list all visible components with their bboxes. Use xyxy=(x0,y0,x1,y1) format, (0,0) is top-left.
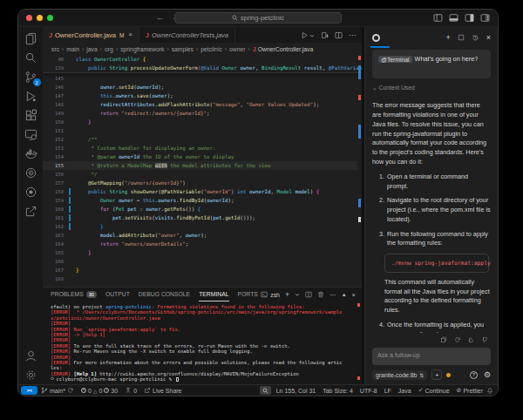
tab-strip-tabs: JOwnerController.javaM×JOwnerControllerT… xyxy=(43,27,235,43)
chat-block-p: The error message suggests that there ar… xyxy=(372,101,491,167)
chat-extension-logo-icon[interactable] xyxy=(372,34,380,42)
live-share-status-item[interactable]: Live Share xyxy=(140,387,185,394)
breadcrumb-item[interactable]: owner xyxy=(229,46,246,52)
tab-label: OwnerController.java xyxy=(55,31,116,39)
chevron-down-icon[interactable] xyxy=(295,292,300,297)
search-icon[interactable] xyxy=(24,51,37,64)
branch-status-item[interactable]: main* xyxy=(37,387,78,394)
source-control-icon[interactable]: 2 xyxy=(24,71,37,84)
split-editor-icon[interactable] xyxy=(335,31,343,39)
share-icon[interactable] xyxy=(24,205,37,218)
new-chat-icon[interactable]: + xyxy=(445,34,450,42)
zoom-window-button[interactable] xyxy=(47,15,53,21)
back-arrow-icon[interactable]: ← xyxy=(156,14,164,22)
error-icon: × xyxy=(81,388,86,393)
remote-explorer-icon[interactable] xyxy=(24,128,37,141)
explorer-icon[interactable] xyxy=(24,32,37,45)
breadcrumb-item[interactable]: springframework xyxy=(120,46,164,52)
model-selector[interactable]: granite-code:8b ⇅ xyxy=(372,370,427,380)
terminal-context-chip[interactable]: @Terminal xyxy=(378,56,412,63)
breadcrumb-item[interactable]: samples xyxy=(172,46,194,52)
thumbs-down-icon[interactable] xyxy=(482,336,489,343)
new-terminal-icon[interactable]: + xyxy=(285,290,289,299)
breadcrumb-file[interactable]: JOwnerController.java xyxy=(253,46,313,52)
settings-gear-icon[interactable] xyxy=(24,369,37,382)
continue-status-item[interactable]: ✓Continue xyxy=(415,387,453,394)
record-circle-icon[interactable] xyxy=(24,186,37,199)
notification-bell-icon[interactable] xyxy=(486,387,493,394)
account-icon[interactable] xyxy=(24,349,37,362)
breadcrumb-item[interactable]: java xyxy=(86,46,97,52)
context-used-toggle[interactable]: ⌄ Context Used xyxy=(372,84,491,92)
gear-circle-icon[interactable] xyxy=(24,166,37,180)
open-changes-icon[interactable] xyxy=(321,31,329,39)
panel-tab-output[interactable]: OUTPUT xyxy=(105,288,130,301)
kill-terminal-icon[interactable] xyxy=(317,291,324,298)
toggle-right-sidebar-icon[interactable] xyxy=(465,13,474,23)
terminal-icon xyxy=(261,291,268,298)
toggle-left-sidebar-icon[interactable] xyxy=(433,13,443,23)
prettier-status-item[interactable]: ⊘Prettier xyxy=(453,387,486,394)
status-bar: >< main* ×0 △0 i30 0 Live Share Ln 155, … xyxy=(18,384,498,396)
retry-icon[interactable] xyxy=(454,336,461,343)
line-number: 166 xyxy=(43,257,64,266)
panel-tabs: PROBLEMS30OUTPUTDEBUG CONSOLETERMINALPOR… xyxy=(43,288,362,301)
docker-icon[interactable] xyxy=(24,147,37,160)
language-mode-item[interactable]: Java xyxy=(395,388,415,394)
follow-up-input[interactable]: Ask a follow-up xyxy=(372,348,491,365)
add-context-button[interactable]: + xyxy=(431,369,442,380)
run-debug-icon[interactable] xyxy=(24,90,37,103)
more-actions-icon[interactable]: ⋯ xyxy=(349,31,357,39)
eol-item[interactable]: LF xyxy=(381,388,395,394)
maximize-panel-icon[interactable]: ▲ xyxy=(342,292,347,297)
history-icon[interactable] xyxy=(472,34,479,42)
gutter xyxy=(64,109,76,118)
extensions-icon[interactable] xyxy=(24,109,37,122)
user-message-card[interactable]: @TerminalWhat's going on here? xyxy=(372,50,491,78)
close-tab-icon[interactable]: × xyxy=(128,31,132,38)
editor-actions: ⋯ xyxy=(301,27,357,44)
code-editor[interactable]: 46class OwnerController {139 public Stri… xyxy=(43,55,362,287)
terminal-shell-item[interactable]: zsh xyxy=(261,291,280,298)
cursor-position-item[interactable]: Ln 155, Col 31 xyxy=(273,388,320,394)
breadcrumb-item[interactable]: org xyxy=(105,46,113,52)
search-status-item[interactable] xyxy=(260,386,271,395)
copy-icon[interactable] xyxy=(440,336,447,343)
chat-block-code[interactable]: ./mvnw spring-javaformat:apply xyxy=(384,254,489,272)
ports-status-item[interactable]: 0 xyxy=(121,387,140,394)
minimize-window-button[interactable] xyxy=(37,15,43,21)
more-actions-icon[interactable]: ⋯ xyxy=(329,291,336,299)
close-panel-icon[interactable]: × xyxy=(352,291,356,299)
encoding-item[interactable]: UTF-8 xyxy=(357,388,381,394)
tab-size-item[interactable]: Tab Size: 4 xyxy=(319,388,357,394)
panel-tab-terminal[interactable]: TERMINAL xyxy=(199,288,228,301)
sync-icon xyxy=(67,387,74,394)
overview-ruler-mark xyxy=(358,65,361,79)
thumbs-up-icon[interactable] xyxy=(468,336,475,343)
remote-indicator[interactable]: >< xyxy=(21,386,37,395)
problems-status-item[interactable]: ×0 △0 i30 xyxy=(78,388,121,394)
customize-layout-icon[interactable] xyxy=(480,13,490,23)
split-terminal-icon[interactable] xyxy=(305,291,312,298)
toggle-panel-icon[interactable] xyxy=(449,13,458,23)
editor-tab[interactable]: JOwnerController.javaM× xyxy=(43,27,139,43)
command-center-search[interactable]: spring-petclinic xyxy=(174,12,342,24)
help-icon[interactable]: ? xyxy=(470,371,478,379)
editor-tab[interactable]: JOwnerControllerTests.java xyxy=(139,27,235,43)
close-window-button[interactable] xyxy=(26,15,32,21)
run-button[interactable] xyxy=(301,31,315,39)
breadcrumb-item[interactable]: petclinic xyxy=(200,46,222,52)
panel-tab-debug-console[interactable]: DEBUG CONSOLE xyxy=(139,288,190,301)
breadcrumb-separator: › xyxy=(82,46,84,52)
breadcrumb-item[interactable]: main xyxy=(66,46,79,52)
panel-tab-ports[interactable]: PORTS xyxy=(238,288,258,301)
editor-group: JOwnerController.javaM×JOwnerControllerT… xyxy=(43,27,362,384)
gutter xyxy=(64,170,76,179)
activity-bar: 2 xyxy=(18,27,43,384)
terminal[interactable]: efault) on project spring-petclinic: For… xyxy=(43,301,362,384)
panel-tab-problems[interactable]: PROBLEMS30 xyxy=(51,288,97,301)
frame-icon[interactable] xyxy=(458,34,465,41)
chat-settings-gear-icon[interactable]: ⚙ xyxy=(484,371,491,379)
close-chat-icon[interactable]: × xyxy=(486,34,491,42)
breadcrumb-item[interactable]: src xyxy=(51,46,59,52)
